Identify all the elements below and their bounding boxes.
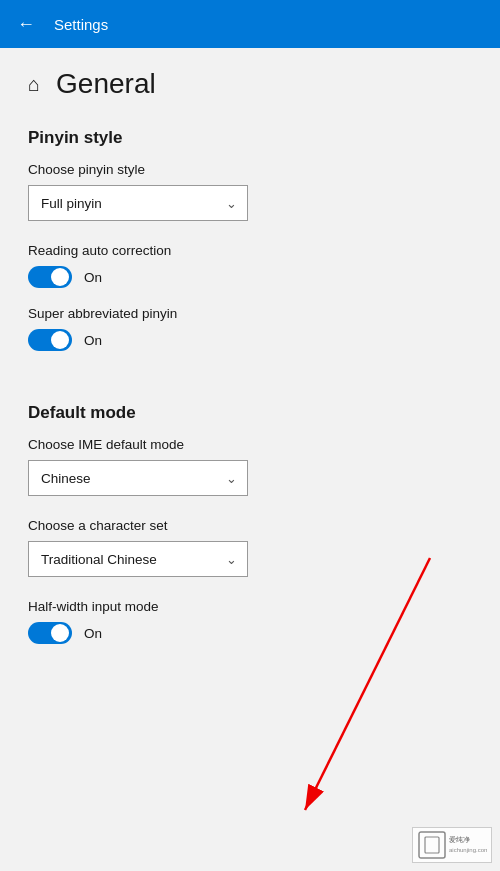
title-bar-title: Settings	[54, 16, 108, 33]
char-set-dropdown-arrow: ⌄	[226, 552, 237, 567]
pinyin-style-dropdown[interactable]: Full pinyin ⌄	[28, 185, 248, 221]
choose-char-set-label: Choose a character set	[28, 518, 472, 533]
back-button[interactable]: ←	[12, 14, 40, 35]
title-bar: ← Settings	[0, 0, 500, 48]
svg-rect-3	[425, 837, 439, 853]
section-default-mode: Default mode Choose IME default mode Chi…	[28, 403, 472, 644]
super-abbreviated-pinyin-label: Super abbreviated pinyin	[28, 306, 472, 321]
half-width-toggle[interactable]	[28, 622, 72, 644]
reading-auto-correction-knob	[51, 268, 69, 286]
super-abbreviated-pinyin-toggle[interactable]	[28, 329, 72, 351]
super-abbreviated-pinyin-toggle-row: On	[28, 329, 472, 351]
half-width-toggle-row: On	[28, 622, 472, 644]
svg-text:aichunjing.com: aichunjing.com	[449, 847, 487, 853]
section-heading-default-mode: Default mode	[28, 403, 472, 423]
super-abbreviated-pinyin-knob	[51, 331, 69, 349]
page-title: General	[56, 68, 156, 100]
choose-pinyin-style-label: Choose pinyin style	[28, 162, 472, 177]
choose-ime-label: Choose IME default mode	[28, 437, 472, 452]
section-heading-pinyin: Pinyin style	[28, 128, 472, 148]
ime-default-mode-dropdown-text: Chinese	[41, 471, 91, 486]
section-pinyin-style: Pinyin style Choose pinyin style Full pi…	[28, 128, 472, 351]
reading-auto-correction-label: Reading auto correction	[28, 243, 472, 258]
pinyin-style-dropdown-text: Full pinyin	[41, 196, 102, 211]
reading-auto-correction-toggle-label: On	[84, 270, 102, 285]
svg-text:爱纯净: 爱纯净	[449, 836, 470, 843]
watermark: 爱纯净 aichunjing.com	[412, 827, 492, 863]
pinyin-style-dropdown-arrow: ⌄	[226, 196, 237, 211]
char-set-dropdown-text: Traditional Chinese	[41, 552, 157, 567]
ime-default-mode-dropdown[interactable]: Chinese ⌄	[28, 460, 248, 496]
half-width-knob	[51, 624, 69, 642]
svg-rect-2	[419, 832, 445, 858]
page-header: ⌂ General	[28, 48, 472, 118]
half-width-toggle-label: On	[84, 626, 102, 641]
ime-default-mode-dropdown-arrow: ⌄	[226, 471, 237, 486]
home-icon[interactable]: ⌂	[28, 73, 40, 96]
super-abbreviated-pinyin-toggle-label: On	[84, 333, 102, 348]
half-width-label: Half-width input mode	[28, 599, 472, 614]
reading-auto-correction-toggle-row: On	[28, 266, 472, 288]
reading-auto-correction-toggle[interactable]	[28, 266, 72, 288]
char-set-dropdown[interactable]: Traditional Chinese ⌄	[28, 541, 248, 577]
